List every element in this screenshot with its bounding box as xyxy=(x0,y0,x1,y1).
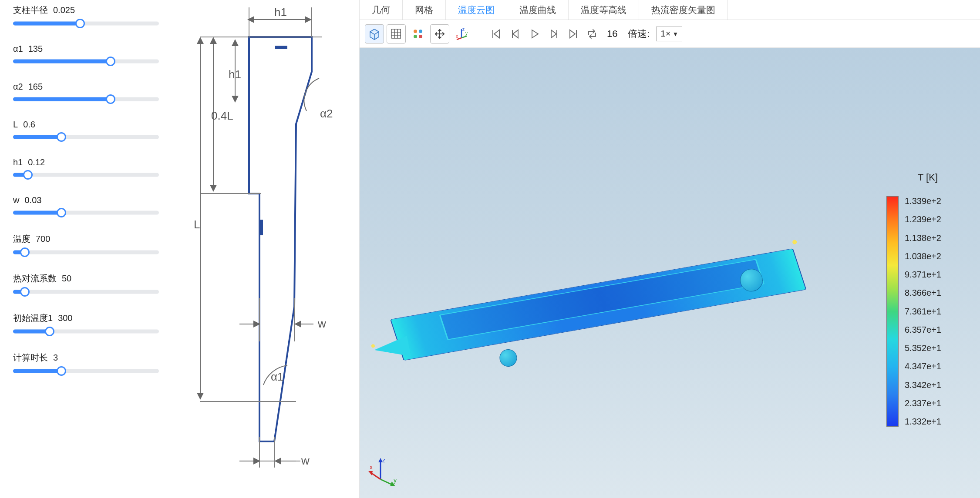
param-value: 300 xyxy=(58,313,72,323)
param-slider[interactable] xyxy=(13,209,159,217)
loop-button[interactable] xyxy=(583,26,601,42)
step-fwd-icon xyxy=(548,28,559,40)
tab-3[interactable]: 温度曲线 xyxy=(507,0,569,20)
step-forward-button[interactable] xyxy=(545,26,562,42)
param-slider[interactable] xyxy=(13,133,159,141)
dots-options-button[interactable] xyxy=(408,24,428,43)
legend-colorbar xyxy=(886,196,899,427)
param-value: 50 xyxy=(62,274,71,284)
param-9: 计算时长3 xyxy=(13,352,159,375)
slider-thumb[interactable] xyxy=(57,208,66,217)
slider-thumb[interactable] xyxy=(20,287,30,297)
param-name: 热对流系数 xyxy=(13,273,57,284)
slider-thumb[interactable] xyxy=(106,94,115,104)
schem-w1: w xyxy=(317,317,326,330)
schem-a1: α1 xyxy=(271,370,284,383)
param-value: 3 xyxy=(53,353,58,363)
play-icon xyxy=(529,28,540,40)
param-value: 165 xyxy=(28,82,43,92)
param-name: 初始温度1 xyxy=(13,312,53,324)
schem-l: L xyxy=(194,218,200,231)
axis-toggle-button[interactable]: z y x xyxy=(452,24,471,43)
param-slider[interactable] xyxy=(13,328,159,335)
param-name: 支柱半径 xyxy=(13,4,48,16)
param-slider[interactable] xyxy=(13,248,159,256)
playback-controls: 16 倍速: 1× ▼ xyxy=(488,26,682,42)
svg-text:z: z xyxy=(462,27,465,32)
frame-number: 16 xyxy=(603,28,622,40)
legend-tick: 7.361e+1 xyxy=(905,307,941,317)
tab-4[interactable]: 温度等高线 xyxy=(569,0,639,20)
param-value: 135 xyxy=(28,44,43,54)
param-value: 700 xyxy=(36,234,50,244)
param-8: 初始温度1300 xyxy=(13,312,159,335)
grid-icon xyxy=(390,28,402,40)
legend-tick: 1.239e+2 xyxy=(905,214,941,224)
param-3: L0.6 xyxy=(13,120,159,141)
param-slider[interactable] xyxy=(13,20,159,27)
param-slider[interactable] xyxy=(13,57,159,65)
legend-tick: 5.352e+1 xyxy=(905,343,941,353)
cube-icon xyxy=(368,27,381,40)
color-legend: T [K] 1.339e+21.239e+21.138e+21.038e+29.… xyxy=(886,172,969,427)
slider-thumb[interactable] xyxy=(23,170,33,180)
speed-label: 倍速: xyxy=(623,27,654,40)
step-back-button[interactable] xyxy=(507,26,524,42)
legend-title: T [K] xyxy=(918,172,938,183)
model-3d xyxy=(385,205,812,413)
pan-button[interactable] xyxy=(430,24,449,43)
slider-thumb[interactable] xyxy=(75,19,85,28)
slider-thumb[interactable] xyxy=(20,247,30,257)
param-slider[interactable] xyxy=(13,288,159,296)
dots-icon xyxy=(412,28,424,40)
param-name: h1 xyxy=(13,157,23,167)
param-6: 温度700 xyxy=(13,233,159,256)
param-value: 0.03 xyxy=(24,195,41,205)
param-name: α1 xyxy=(13,44,23,54)
svg-text:y: y xyxy=(465,31,468,36)
param-slider[interactable] xyxy=(13,95,159,103)
param-1: α1135 xyxy=(13,44,159,65)
speed-select[interactable]: 1× ▼ xyxy=(656,27,683,41)
slider-thumb[interactable] xyxy=(57,366,66,376)
param-4: h10.12 xyxy=(13,157,159,179)
tab-1[interactable]: 网格 xyxy=(403,0,446,20)
param-2: α2165 xyxy=(13,82,159,103)
legend-tick: 8.366e+1 xyxy=(905,288,941,298)
slider-thumb[interactable] xyxy=(45,327,54,336)
play-button[interactable] xyxy=(526,26,543,42)
svg-rect-1 xyxy=(259,220,263,235)
slider-thumb[interactable] xyxy=(57,132,66,142)
move-icon xyxy=(434,28,446,40)
param-slider[interactable] xyxy=(13,171,159,179)
last-frame-button[interactable] xyxy=(564,26,582,42)
svg-point-31 xyxy=(419,35,422,38)
param-slider[interactable] xyxy=(13,367,159,375)
param-value: 0.12 xyxy=(28,157,45,167)
grid-button[interactable] xyxy=(387,24,406,43)
view-box-button[interactable] xyxy=(365,24,384,43)
tab-bar: 几何网格温度云图温度曲线温度等高线热流密度矢量图 xyxy=(360,0,980,20)
param-name: 温度 xyxy=(13,233,30,245)
slider-thumb[interactable] xyxy=(106,57,115,66)
legend-tick: 3.342e+1 xyxy=(905,380,941,390)
schem-h1-top: h1 xyxy=(274,6,287,19)
svg-text:z: z xyxy=(382,457,385,464)
legend-tick: 9.371e+1 xyxy=(905,270,941,280)
param-value: 0.6 xyxy=(23,120,35,130)
first-frame-button[interactable] xyxy=(488,26,505,42)
legend-tick: 1.339e+2 xyxy=(905,196,941,206)
toolbar: z y x xyxy=(360,20,980,48)
svg-line-35 xyxy=(461,36,467,38)
tab-0[interactable]: 几何 xyxy=(360,0,403,20)
svg-point-30 xyxy=(414,35,417,38)
tab-2[interactable]: 温度云图 xyxy=(446,0,507,20)
svg-point-28 xyxy=(414,30,417,33)
tab-5[interactable]: 热流密度矢量图 xyxy=(639,0,728,20)
legend-tick: 1.332e+1 xyxy=(905,417,941,427)
schematic-svg: h1 h1 0.4L L α1 α2 w w xyxy=(174,2,357,472)
loop-icon xyxy=(586,28,598,40)
svg-point-29 xyxy=(419,30,422,33)
viewport-canvas[interactable]: x z y T [K] 1.339e+21.239e+21.138e+21.03… xyxy=(360,48,980,498)
axis-triad-icon: x z y xyxy=(367,455,402,490)
